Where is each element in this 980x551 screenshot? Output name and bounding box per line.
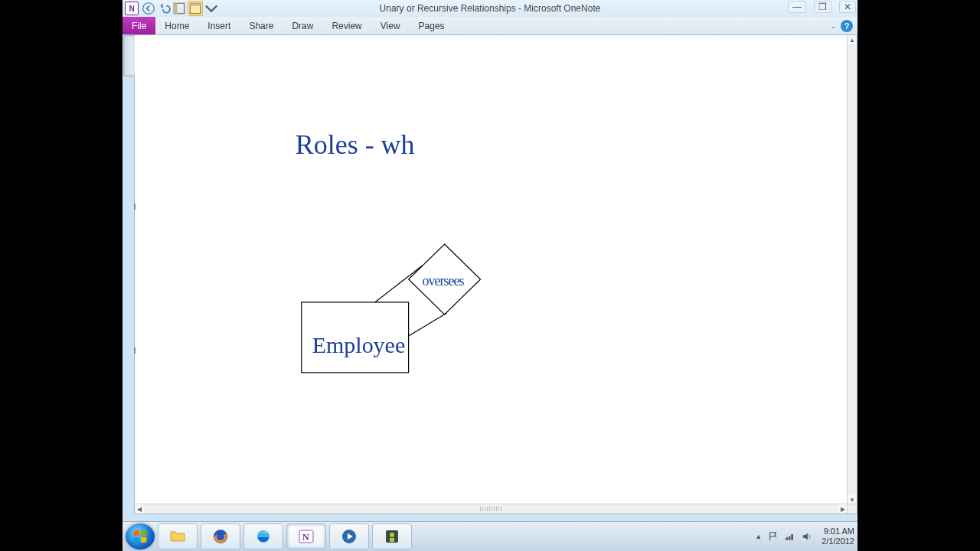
- taskbar-firefox[interactable]: [201, 523, 240, 549]
- tray-time: 9:01 AM: [822, 527, 854, 536]
- ink-heading: Roles - wh: [296, 129, 415, 160]
- close-button[interactable]: ✕: [839, 1, 856, 13]
- svg-rect-13: [390, 538, 394, 542]
- taskbar-explorer[interactable]: [158, 523, 198, 549]
- tab-pages[interactable]: Pages: [410, 17, 454, 34]
- internet-explorer-icon: [254, 527, 273, 546]
- svg-point-12: [390, 533, 394, 537]
- system-tray: ▲ 9:01 AM 2/1/2012: [755, 522, 854, 551]
- help-button[interactable]: ?: [841, 20, 853, 32]
- vscroll-track[interactable]: [848, 44, 857, 495]
- svg-rect-2: [174, 3, 178, 14]
- tray-show-hidden-button[interactable]: ▲: [755, 533, 762, 540]
- hscroll-grip-icon: [480, 507, 503, 511]
- hscroll-track[interactable]: [144, 504, 838, 514]
- scroll-up-button[interactable]: ▲: [848, 35, 857, 44]
- folder-icon: [168, 527, 187, 546]
- taskbar-camtasia[interactable]: [372, 523, 412, 549]
- ribbon-expand-icon[interactable]: ⌄: [830, 21, 836, 30]
- start-button[interactable]: [126, 523, 155, 549]
- tray-date: 2/1/2012: [822, 536, 854, 546]
- tab-share[interactable]: Share: [240, 17, 283, 34]
- minimize-button[interactable]: —: [788, 1, 806, 13]
- volume-icon[interactable]: [802, 531, 812, 542]
- windows-logo-icon: [132, 528, 149, 545]
- app-window: N Unary or Recursive Relationships - Mic…: [122, 0, 858, 551]
- tab-view[interactable]: View: [371, 17, 410, 34]
- tab-review[interactable]: Review: [322, 17, 371, 34]
- onenote-icon: N: [297, 527, 315, 546]
- tab-home[interactable]: Home: [155, 17, 198, 34]
- ink-drawing: Roles - wh Employee oversees: [135, 35, 857, 514]
- tab-file[interactable]: File: [122, 17, 155, 34]
- navigation-pane-grip[interactable]: [123, 35, 135, 77]
- network-icon[interactable]: [785, 531, 795, 542]
- media-player-icon: [340, 527, 358, 546]
- undo-button[interactable]: [157, 2, 171, 15]
- taskbar-onenote[interactable]: N: [286, 523, 326, 549]
- taskbar-media-player[interactable]: [329, 523, 369, 549]
- maximize-button[interactable]: ❐: [814, 1, 831, 13]
- back-button[interactable]: [142, 2, 155, 15]
- page-canvas[interactable]: Roles - wh Employee oversees ▲ ▼ ◀ ▶: [134, 34, 858, 514]
- qat-customize-button[interactable]: [204, 2, 218, 15]
- taskbar-ie[interactable]: [243, 523, 283, 549]
- onenote-app-icon: N: [125, 2, 139, 15]
- relationship-label: oversees: [423, 273, 465, 289]
- window-title: Unary or Recursive Relationships - Micro…: [122, 3, 858, 14]
- flag-icon[interactable]: [768, 531, 779, 542]
- ribbon-tabs: File Home Insert Share Draw Review View …: [122, 17, 858, 35]
- svg-text:N: N: [302, 532, 309, 543]
- entity-label: Employee: [312, 332, 405, 357]
- title-bar: N Unary or Recursive Relationships - Mic…: [122, 0, 858, 17]
- full-page-view-button[interactable]: [188, 1, 203, 16]
- tab-insert[interactable]: Insert: [198, 17, 240, 34]
- connector-bottom: [409, 313, 447, 336]
- connector-top: [375, 266, 423, 302]
- tray-clock[interactable]: 9:01 AM 2/1/2012: [822, 527, 854, 546]
- scroll-left-button[interactable]: ◀: [135, 504, 144, 514]
- taskbar: N ▲ 9:01 AM 2/1/2012: [122, 521, 858, 551]
- tab-draw[interactable]: Draw: [283, 17, 322, 34]
- scroll-corner: [847, 504, 857, 514]
- dock-left-button[interactable]: [172, 2, 186, 15]
- horizontal-scrollbar[interactable]: ◀ ▶: [135, 504, 848, 514]
- svg-rect-4: [190, 3, 201, 5]
- vertical-scrollbar[interactable]: ▲ ▼: [847, 35, 857, 504]
- svg-point-0: [143, 3, 155, 15]
- firefox-icon: [211, 527, 230, 546]
- camtasia-icon: [383, 527, 401, 546]
